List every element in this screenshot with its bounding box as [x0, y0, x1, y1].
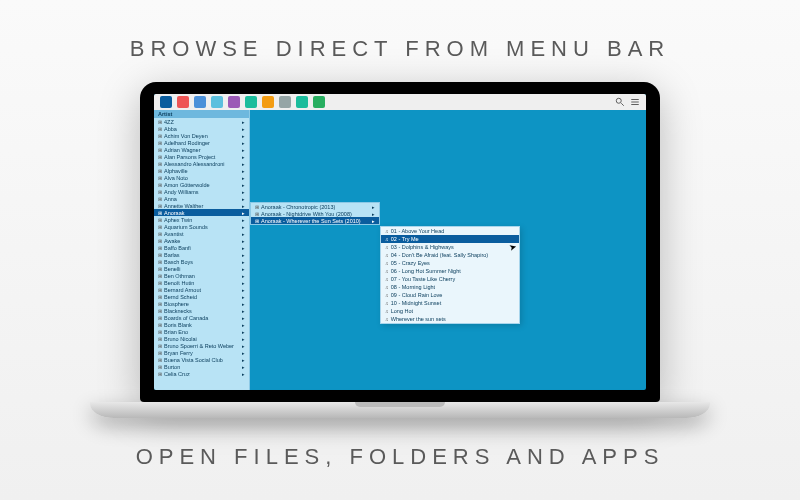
menubar-app-icon[interactable] — [194, 96, 206, 108]
menubar-app-icon[interactable] — [313, 96, 325, 108]
list-item[interactable]: ⊞4ZZ▸ — [154, 118, 249, 125]
list-item[interactable]: ♫Wherever the sun sets — [381, 315, 519, 323]
list-item[interactable]: ⊞Bruno Nicolai▸ — [154, 335, 249, 342]
list-item[interactable]: ⊞Anoraak - Chronotropic (2013)▸ — [251, 203, 379, 210]
list-item[interactable]: ⊞Blacknecks▸ — [154, 307, 249, 314]
list-item[interactable]: ⊞Bruno Spoerri & Reto Weber▸ — [154, 342, 249, 349]
list-item[interactable]: ♫02 - Try Me — [381, 235, 519, 243]
list-item[interactable]: ♫03 - Dolphins & Highways — [381, 243, 519, 251]
laptop-screen-frame: Artist ⊞4ZZ▸⊞Abba▸⊞Achim Von Deyen▸⊞Adel… — [140, 82, 660, 402]
svg-point-0 — [616, 98, 621, 103]
list-item[interactable]: ⊞Adelhard Rodinger▸ — [154, 139, 249, 146]
list-item[interactable]: ♫04 - Don't Be Afraid (feat. Sally Shapi… — [381, 251, 519, 259]
menubar-app-icon[interactable] — [245, 96, 257, 108]
list-item[interactable]: ⊞Brian Eno▸ — [154, 328, 249, 335]
list-item[interactable]: ⊞Aquarium Sounds▸ — [154, 223, 249, 230]
headline-bottom: OPEN FILES, FOLDERS AND APPS — [0, 444, 800, 470]
list-item[interactable]: ⊞Adrian Wagner▸ — [154, 146, 249, 153]
menubar-app-icon[interactable] — [296, 96, 308, 108]
list-item[interactable]: ♫09 - Cloud Rain Love — [381, 291, 519, 299]
list-item[interactable]: ⊞Anoraak▸ — [154, 209, 249, 216]
list-item[interactable]: ♫07 - You Taste Like Cherry — [381, 275, 519, 283]
browser-columns: Artist ⊞4ZZ▸⊞Abba▸⊞Achim Von Deyen▸⊞Adel… — [154, 110, 646, 390]
list-item[interactable]: ⊞Anoraak - Wherever the Sun Sets (2010)▸ — [251, 217, 379, 224]
list-item[interactable]: ⊞Alan Parsons Project▸ — [154, 153, 249, 160]
laptop-base — [90, 402, 710, 418]
list-item[interactable]: ⊞Andy Williams▸ — [154, 188, 249, 195]
menubar-app-icon[interactable] — [279, 96, 291, 108]
list-item[interactable]: ⊞Buena Vista Social Club▸ — [154, 356, 249, 363]
menubar-app-icon[interactable] — [262, 96, 274, 108]
list-item[interactable]: ⊞Alphaville▸ — [154, 167, 249, 174]
list-item[interactable]: ⊞Annette Walther▸ — [154, 202, 249, 209]
list-item[interactable]: ⊞Alva Noto▸ — [154, 174, 249, 181]
column-artists: Artist ⊞4ZZ▸⊞Abba▸⊞Achim Von Deyen▸⊞Adel… — [154, 110, 250, 390]
menubar-app-icon[interactable] — [211, 96, 223, 108]
list-item[interactable]: ⊞Aphex Twin▸ — [154, 216, 249, 223]
list-item[interactable]: ♫10 - Midnight Sunset — [381, 299, 519, 307]
list-item[interactable]: ⊞Ben Othman▸ — [154, 272, 249, 279]
list-item[interactable]: ⊞Amon Götterwolde▸ — [154, 181, 249, 188]
headline-top: BROWSE DIRECT FROM MENU BAR — [0, 36, 800, 62]
search-icon[interactable] — [615, 97, 625, 107]
list-item[interactable]: ⊞Barlas▸ — [154, 251, 249, 258]
column-albums: ⊞Anoraak - Chronotropic (2013)▸⊞Anoraak … — [250, 202, 380, 225]
list-icon[interactable] — [630, 97, 640, 107]
list-item[interactable]: ⊞Basch Boys▸ — [154, 258, 249, 265]
list-item[interactable]: ♫01 - Above Your Head — [381, 227, 519, 235]
list-item[interactable]: ⊞Bryan Ferry▸ — [154, 349, 249, 356]
menubar-app-active-icon[interactable] — [160, 96, 172, 108]
desktop-screen: Artist ⊞4ZZ▸⊞Abba▸⊞Achim Von Deyen▸⊞Adel… — [154, 94, 646, 390]
list-item[interactable]: ⊞Bernard Arnout▸ — [154, 286, 249, 293]
menubar — [154, 94, 646, 110]
column-tracks: ♫01 - Above Your Head♫02 - Try Me♫03 - D… — [380, 226, 520, 324]
menubar-app-icon[interactable] — [228, 96, 240, 108]
list-item[interactable]: ⊞Benoît Hutin▸ — [154, 279, 249, 286]
column-header: Artist — [154, 110, 249, 118]
list-item[interactable]: ⊞Alessandro Alessandroni▸ — [154, 160, 249, 167]
list-item[interactable]: ⊞Biosphere▸ — [154, 300, 249, 307]
menubar-app-icon[interactable] — [177, 96, 189, 108]
laptop-mockup: Artist ⊞4ZZ▸⊞Abba▸⊞Achim Von Deyen▸⊞Adel… — [140, 82, 660, 418]
list-item[interactable]: ⊞Achim Von Deyen▸ — [154, 132, 249, 139]
list-item[interactable]: ⊞Benelli▸ — [154, 265, 249, 272]
list-item[interactable]: ♫06 - Long Hot Summer Night — [381, 267, 519, 275]
list-item[interactable]: ⊞Awake▸ — [154, 237, 249, 244]
list-item[interactable]: ♫05 - Crazy Eyes — [381, 259, 519, 267]
list-item[interactable]: ♫Long Hot — [381, 307, 519, 315]
list-item[interactable]: ⊞Bernd Scheid▸ — [154, 293, 249, 300]
list-item[interactable]: ⊞Avantist▸ — [154, 230, 249, 237]
svg-line-1 — [621, 103, 624, 106]
list-item[interactable]: ⊞Boards of Canada▸ — [154, 314, 249, 321]
list-item[interactable]: ⊞Celia Cruz▸ — [154, 370, 249, 377]
list-item[interactable]: ⊞Baffo Banfi▸ — [154, 244, 249, 251]
list-item[interactable]: ⊞Anna▸ — [154, 195, 249, 202]
laptop-notch — [355, 402, 445, 407]
list-item[interactable]: ⊞Anoraak - Nightdrive With You (2008)▸ — [251, 210, 379, 217]
list-item[interactable]: ♫08 - Morning Light — [381, 283, 519, 291]
list-item[interactable]: ⊞Burton▸ — [154, 363, 249, 370]
list-item[interactable]: ⊞Abba▸ — [154, 125, 249, 132]
list-item[interactable]: ⊞Boris Blank▸ — [154, 321, 249, 328]
